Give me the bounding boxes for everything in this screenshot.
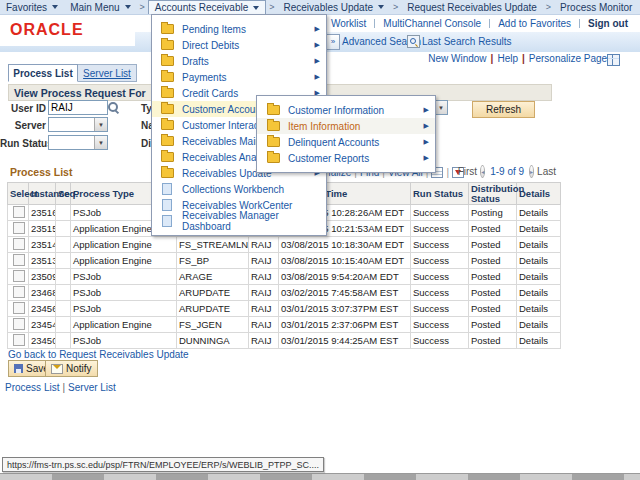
menu-item-collections-workbench[interactable]: Collections Workbench [152,181,326,197]
row-checkbox[interactable] [13,238,25,250]
instance-cell: 23468 [29,285,56,301]
refresh-button[interactable]: Refresh [472,101,535,118]
run-datetime-cell: 03/02/2015 7:45:58AM EST [279,285,411,301]
user-id-field[interactable]: RAIJ [48,100,108,115]
breadcrumb-item-request-receivables-update[interactable]: Request Receivables Update [401,1,543,14]
submenu-item-customer-reports[interactable]: Customer Reports▶ [257,150,435,166]
last-search-results-link[interactable]: Last Search Results [422,36,512,47]
chevron-down-icon[interactable]: ▼ [94,118,107,131]
menu-item-pending-items[interactable]: Pending Items▶ [152,21,326,37]
tab-process-list[interactable]: Process List [8,64,78,82]
tab-server-list[interactable]: Server List [77,64,137,82]
select-cell [8,253,29,269]
details-link[interactable]: Details [517,253,561,269]
header-link-worklist[interactable]: Worklist [323,18,374,29]
column-header-seq-: Seq. [56,183,71,205]
details-link[interactable]: Details [517,301,561,317]
oracle-logo-box: ORACLE [0,14,135,46]
menu-item-label: Payments [182,72,226,83]
row-checkbox[interactable] [13,254,25,266]
server-select[interactable]: ▼ [48,117,108,132]
folder-icon [267,153,280,163]
details-link[interactable]: Details [517,237,561,253]
next-page-icon[interactable]: ▸ [529,165,534,178]
process-name-cell[interactable]: ARUPDATE [177,285,249,301]
header-link-sign-out[interactable]: Sign out [580,18,636,29]
submenu-item-delinquent-accounts[interactable]: Delinquent Accounts▶ [257,134,435,150]
run-status-cell: Success [411,253,469,269]
breadcrumb-item-accounts-receivable[interactable]: Accounts Receivable [148,0,266,14]
menu-item-label: Pending Items [182,24,246,35]
row-checkbox[interactable] [13,302,25,314]
breadcrumb-item-process-monitor[interactable]: Process Monitor [554,1,638,14]
pagebar-link-new-window[interactable]: New Window [428,53,486,64]
process-type-cell: Application Engine [71,237,177,253]
menu-item-label: Direct Debits [182,40,239,51]
header-link-multichannel-console[interactable]: MultiChannel Console [375,18,489,29]
select-cell [8,301,29,317]
header-link-add-to-favorites[interactable]: Add to Favorites [490,18,579,29]
breadcrumb-item-main-menu[interactable]: Main Menu [64,1,136,14]
prev-page-icon[interactable]: ◂ [480,165,485,178]
row-checkbox[interactable] [13,334,25,346]
pagebar-link-help[interactable]: Help [497,53,518,64]
personalize-layout-icon[interactable] [607,54,620,66]
user-cell: RAIJ [249,301,279,317]
go-back-link[interactable]: Go back to Request Receivables Update [8,349,189,360]
pagination-first[interactable]: First [458,166,477,177]
process-name-cell[interactable]: ARAGE [177,269,249,285]
chevron-right-icon: ▶ [315,57,320,65]
row-checkbox[interactable] [13,318,25,330]
run-status-cell: Success [411,205,469,221]
page-toolbar: New Window|Help|Personalize Page| [428,53,618,64]
menu-item-payments[interactable]: Payments▶ [152,69,326,85]
bottom-link-process-list[interactable]: Process List [5,382,59,393]
save-icon [14,364,23,373]
menu-item-receivables-manager-dashboard[interactable]: Receivables Manager Dashboard [152,213,326,229]
row-checkbox[interactable] [13,222,25,234]
breadcrumb-item-receivables-update[interactable]: Receivables Update [278,1,391,14]
details-link[interactable]: Details [517,317,561,333]
process-name-cell[interactable]: ARUPDATE [177,301,249,317]
folder-icon [161,168,174,178]
seq-cell [56,317,71,333]
details-link[interactable]: Details [517,285,561,301]
breadcrumb-item-label: Receivables Update [284,2,374,13]
column-header-instance: Instance [29,183,56,205]
pagebar-link-personalize-page[interactable]: Personalize Page [529,53,607,64]
page-icon [162,183,172,195]
section-title: View Process Request For [9,87,146,99]
notify-button[interactable]: Notify [45,360,98,377]
run-status-cell: Success [411,317,469,333]
details-link[interactable]: Details [517,205,561,221]
chevron-down-icon[interactable]: ▼ [94,136,107,149]
row-checkbox[interactable] [13,206,25,218]
menu-item-direct-debits[interactable]: Direct Debits▶ [152,37,326,53]
chevron-down-icon [378,5,384,9]
pagination-last[interactable]: Last [537,166,556,177]
instance-cell: 23509 [29,269,56,285]
chevron-down-icon [253,6,259,10]
user-id-lookup-icon[interactable] [107,101,119,113]
details-link[interactable]: Details [517,221,561,237]
process-name-cell: FS_BP [177,253,249,269]
search-go-icon[interactable]: » [326,34,340,50]
row-checkbox[interactable] [13,270,25,282]
submenu-item-customer-information[interactable]: Customer Information▶ [257,102,435,118]
run-status-cell: Success [411,221,469,237]
notify-icon [51,364,63,374]
bottom-links: Process List|Server List [5,382,116,393]
submenu-item-item-information[interactable]: Item Information▶ [257,118,435,134]
process-name-cell[interactable]: DUNNINGA [177,333,249,349]
run-status-select[interactable]: ▼ [48,135,108,150]
breadcrumb-item-favorites[interactable]: Favorites [0,1,64,14]
last-search-results-icon[interactable] [407,35,420,48]
chevron-right-icon: ▶ [315,25,320,33]
details-link[interactable]: Details [517,269,561,285]
submenu-item-label: Delinquent Accounts [288,137,379,148]
details-link[interactable]: Details [517,333,561,349]
row-checkbox[interactable] [13,286,25,298]
menu-item-drafts[interactable]: Drafts▶ [152,53,326,69]
bottom-link-server-list[interactable]: Server List [68,382,116,393]
table-row: 23450PSJobDUNNINGARAIJ03/01/2015 9:44:25… [8,333,561,349]
